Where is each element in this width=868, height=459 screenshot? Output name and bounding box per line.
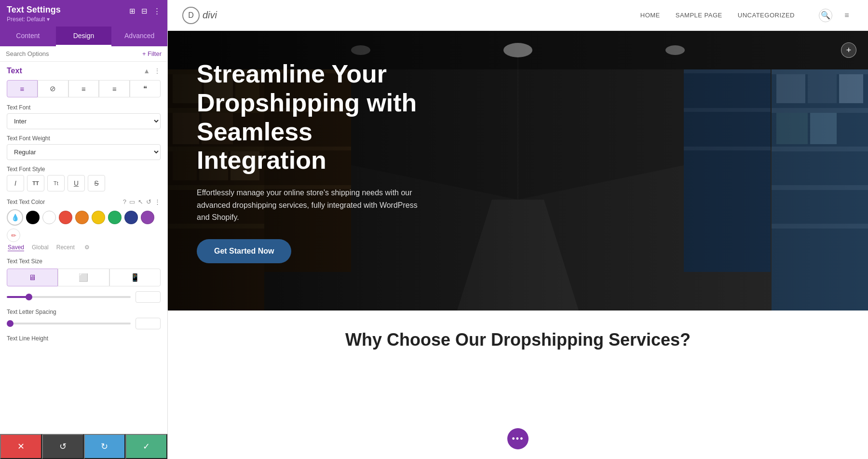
search-input[interactable]	[6, 50, 138, 57]
nav-home[interactable]: HOME	[640, 12, 660, 19]
color-tab-recent[interactable]: Recent	[56, 244, 75, 251]
filter-button[interactable]: + Filter	[142, 50, 162, 57]
letter-spacing-label: Text Letter Spacing	[7, 309, 161, 315]
size-label: Text Text Size	[7, 258, 161, 265]
device-icon[interactable]: ▭	[129, 198, 135, 205]
size-value-input[interactable]: 16px	[136, 291, 161, 303]
fullscreen-icon[interactable]: ⊞	[129, 7, 136, 15]
color-tab-global[interactable]: Global	[32, 244, 49, 251]
color-tab-saved[interactable]: Saved	[8, 244, 24, 251]
hero-content: Streamline Your Dropshipping with Seamle…	[168, 31, 457, 292]
font-style-row: I TT Tt U S	[7, 175, 161, 191]
help-icon[interactable]: ?	[123, 198, 126, 205]
edit-color-button[interactable]: ✏	[7, 229, 20, 242]
undo-button[interactable]: ↺	[42, 434, 84, 459]
more-color-icon[interactable]: ⋮	[154, 198, 161, 205]
redo-button[interactable]: ↻	[84, 434, 126, 459]
reset-color-icon[interactable]: ↺	[146, 198, 151, 205]
cursor-icon[interactable]: ↖	[138, 198, 143, 205]
site-navigation: D divi HOME SAMPLE PAGE UNCATEGORIZED 🔍 …	[168, 0, 868, 31]
section-title: Text	[7, 67, 22, 75]
mobile-device-button[interactable]: 📱	[109, 269, 161, 286]
cancel-button[interactable]: ✕	[0, 434, 42, 459]
color-label-icons: ? ▭ ↖ ↺ ⋮	[123, 198, 161, 205]
cta-button[interactable]: Get Started Now	[197, 239, 291, 263]
save-icon: ✓	[143, 441, 150, 452]
tablet-device-button[interactable]: ⬜	[58, 269, 109, 286]
section-header-controls: ▲ ⋮	[143, 67, 161, 75]
align-right-button[interactable]: ≡	[99, 80, 130, 97]
device-row: 🖥 ⬜ 📱	[7, 269, 161, 286]
preview-area: D divi HOME SAMPLE PAGE UNCATEGORIZED 🔍 …	[168, 0, 868, 459]
align-left-button[interactable]: ≡	[7, 80, 38, 97]
align-justify-button[interactable]: ❝	[130, 80, 161, 97]
site-logo[interactable]: D divi	[182, 7, 217, 24]
hero-section: + Streamline Your Dropshipping with Seam…	[168, 31, 868, 310]
text-section: Text ▲ ⋮ ≡ ⊘ ≡ ≡ ❝ Text Font Inter Text …	[0, 62, 167, 347]
logo-letter: D	[188, 11, 194, 20]
grid-icon[interactable]: ⊟	[141, 7, 148, 15]
swatch-yellow[interactable]	[92, 211, 105, 224]
save-button[interactable]: ✓	[125, 434, 167, 459]
swatch-purple[interactable]	[141, 211, 154, 224]
strikethrough-button[interactable]: S	[88, 175, 105, 191]
capitalize-button[interactable]: Tt	[47, 175, 65, 191]
logo-circle: D	[182, 7, 200, 24]
color-label: Text Text Color	[7, 199, 45, 205]
section-more-icon[interactable]: ⋮	[154, 67, 161, 75]
color-label-row: Text Text Color ? ▭ ↖ ↺ ⋮	[7, 198, 161, 205]
line-height-label: Text Line Height	[7, 335, 161, 342]
why-section: Why Choose Our Dropshipping Services? ••…	[168, 310, 868, 459]
letter-spacing-slider[interactable]	[7, 323, 131, 324]
align-center-button[interactable]: ≡	[68, 80, 99, 97]
nav-links: HOME SAMPLE PAGE UNCATEGORIZED	[640, 12, 795, 19]
undo-icon: ↺	[59, 441, 67, 452]
panel-header: Text Settings Preset: Default ▾ ⊞ ⊟ ⋮	[0, 0, 167, 27]
search-icon-button[interactable]: 🔍	[819, 9, 832, 22]
swatch-black[interactable]	[26, 211, 40, 224]
section-header: Text ▲ ⋮	[7, 67, 161, 75]
size-slider-row: 16px	[7, 291, 161, 303]
panel-preset[interactable]: Preset: Default ▾	[7, 16, 61, 23]
uppercase-button[interactable]: TT	[27, 175, 44, 191]
color-swatches: 💧 ✏	[7, 209, 161, 242]
floating-menu-button[interactable]: •••	[507, 428, 529, 449]
swatch-green[interactable]	[108, 211, 122, 224]
settings-panel: Text Settings Preset: Default ▾ ⊞ ⊟ ⋮ Co…	[0, 0, 168, 459]
font-select[interactable]: Inter	[7, 113, 161, 129]
tab-content[interactable]: Content	[0, 27, 56, 46]
hero-title: Streamline Your Dropshipping with Seamle…	[197, 60, 428, 175]
swatch-dark-blue[interactable]	[124, 211, 138, 224]
add-element-button[interactable]: +	[841, 42, 856, 58]
text-align-row: ≡ ⊘ ≡ ≡ ❝	[7, 80, 161, 97]
font-weight-select[interactable]: Regular	[7, 144, 161, 160]
eyedropper-button[interactable]: 💧	[7, 209, 23, 226]
tab-design[interactable]: Design	[56, 27, 112, 46]
panel-title: Text Settings	[7, 5, 61, 15]
nav-menu-icon-button[interactable]: ≡	[840, 9, 854, 22]
redo-icon: ↻	[101, 441, 108, 452]
swatch-red[interactable]	[59, 211, 72, 224]
eyedropper-icon: 💧	[11, 214, 19, 221]
underline-button[interactable]: U	[68, 175, 85, 191]
color-settings-icon[interactable]: ⚙	[84, 244, 90, 251]
font-weight-label: Text Font Weight	[7, 135, 161, 142]
tab-advanced[interactable]: Advanced	[111, 27, 167, 46]
swatch-orange[interactable]	[75, 211, 89, 224]
cancel-icon: ✕	[17, 441, 25, 452]
size-slider[interactable]	[7, 296, 131, 298]
color-tabs: Saved Global Recent ⚙	[7, 244, 161, 251]
why-title: Why Choose Our Dropshipping Services?	[345, 330, 691, 350]
align-none-button[interactable]: ⊘	[38, 80, 68, 97]
desktop-device-button[interactable]: 🖥	[7, 269, 58, 286]
nav-sample[interactable]: SAMPLE PAGE	[676, 12, 722, 19]
nav-uncategorized[interactable]: UNCATEGORIZED	[738, 12, 795, 19]
collapse-icon[interactable]: ▲	[143, 67, 150, 75]
swatch-white[interactable]	[42, 211, 56, 224]
search-bar: + Filter	[0, 46, 167, 62]
more-icon[interactable]: ⋮	[153, 7, 161, 15]
italic-button[interactable]: I	[7, 175, 24, 191]
plus-icon: +	[846, 45, 852, 55]
logo-text: divi	[203, 10, 217, 21]
letter-spacing-value-input[interactable]: 0px	[136, 318, 161, 329]
